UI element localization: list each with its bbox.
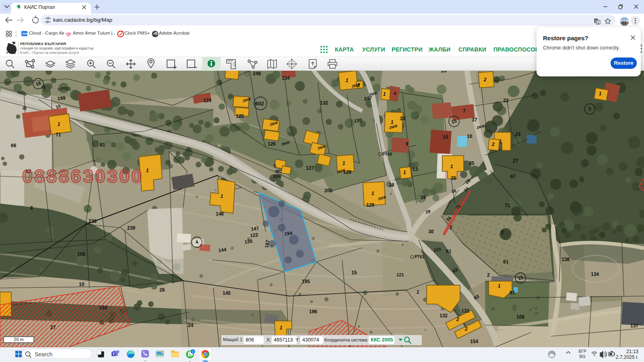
svg-text:1: 1 xyxy=(391,119,394,125)
svg-text:РТ62: РТ62 xyxy=(61,87,71,91)
svg-text:146: 146 xyxy=(216,211,224,217)
svg-text:91: 91 xyxy=(510,290,515,296)
svg-text:132: 132 xyxy=(320,100,328,106)
svg-text:71: 71 xyxy=(505,203,510,208)
svg-text:238: 238 xyxy=(89,218,97,224)
svg-text:154: 154 xyxy=(470,339,478,344)
svg-text:1: 1 xyxy=(450,164,453,169)
svg-text:61: 61 xyxy=(446,249,452,254)
svg-text:1: 1 xyxy=(383,91,386,97)
svg-text:195: 195 xyxy=(302,279,310,284)
svg-text:1: 1 xyxy=(146,168,149,173)
svg-text:23: 23 xyxy=(515,132,521,137)
svg-text:2: 2 xyxy=(487,272,490,278)
svg-text:2: 2 xyxy=(450,225,452,230)
svg-text:145: 145 xyxy=(223,290,231,296)
svg-text:248: 248 xyxy=(253,71,261,76)
svg-text:147: 147 xyxy=(250,225,259,232)
svg-text:108: 108 xyxy=(516,314,524,320)
svg-text:T: T xyxy=(113,352,115,356)
svg-text:200: 200 xyxy=(273,173,281,179)
svg-text:13: 13 xyxy=(413,167,418,172)
svg-text:2: 2 xyxy=(464,326,468,332)
svg-text:21:13: 21:13 xyxy=(626,349,638,354)
svg-text:29: 29 xyxy=(425,209,431,214)
svg-text:10: 10 xyxy=(443,134,448,140)
svg-text:138: 138 xyxy=(561,257,570,262)
svg-text:Search: Search xyxy=(35,351,52,358)
svg-text:22: 22 xyxy=(503,98,509,103)
svg-text:1: 1 xyxy=(499,139,502,144)
svg-text:26: 26 xyxy=(421,195,426,200)
svg-text:205: 205 xyxy=(324,188,332,193)
svg-text:1: 1 xyxy=(498,283,501,289)
svg-text:1: 1 xyxy=(58,121,60,127)
svg-text:4: 4 xyxy=(394,91,396,96)
svg-text:6: 6 xyxy=(43,85,45,90)
svg-text:130: 130 xyxy=(353,117,362,124)
svg-text:26: 26 xyxy=(159,287,165,293)
svg-text:2: 2 xyxy=(501,230,504,235)
svg-text:2: 2 xyxy=(483,77,487,82)
svg-text:1: 1 xyxy=(403,170,406,175)
svg-text:33: 33 xyxy=(400,116,405,121)
svg-text:2: 2 xyxy=(491,142,495,147)
svg-text:35: 35 xyxy=(469,160,475,166)
svg-text:137: 137 xyxy=(630,323,638,329)
svg-text:134: 134 xyxy=(99,305,107,311)
svg-text:5: 5 xyxy=(274,163,276,168)
svg-text:125: 125 xyxy=(236,113,244,119)
svg-text:10: 10 xyxy=(79,282,85,287)
svg-text:66: 66 xyxy=(11,143,17,148)
svg-text:1: 1 xyxy=(599,91,602,97)
svg-text:124: 124 xyxy=(203,98,211,103)
svg-text:134: 134 xyxy=(591,272,599,277)
svg-text:602: 602 xyxy=(255,101,264,107)
svg-text:81: 81 xyxy=(100,142,105,148)
svg-text:199: 199 xyxy=(57,95,66,101)
svg-text:194: 194 xyxy=(284,230,293,237)
svg-text:1: 1 xyxy=(372,191,374,196)
svg-text:1: 1 xyxy=(280,325,283,331)
svg-text:30: 30 xyxy=(428,229,434,234)
svg-text:239: 239 xyxy=(127,225,135,231)
svg-text:2.7.2025 г.: 2.7.2025 г. xyxy=(616,354,638,360)
svg-text:126: 126 xyxy=(268,141,276,147)
svg-text:РТ61: РТ61 xyxy=(415,255,424,259)
svg-text:БГР: БГР xyxy=(578,349,586,354)
svg-text:8: 8 xyxy=(30,205,33,211)
svg-text:9: 9 xyxy=(406,141,409,147)
svg-text:122: 122 xyxy=(250,232,258,239)
svg-text:20: 20 xyxy=(441,71,447,74)
svg-text:135: 135 xyxy=(244,238,253,245)
svg-text:1: 1 xyxy=(417,289,419,295)
svg-text:38: 38 xyxy=(389,182,394,188)
svg-text:РТ60: РТ60 xyxy=(382,152,392,156)
svg-text:1: 1 xyxy=(192,350,194,354)
svg-text:27: 27 xyxy=(50,325,56,330)
svg-text:1: 1 xyxy=(346,78,349,83)
svg-text:35: 35 xyxy=(451,175,456,181)
svg-text:0888630300: 0888630300 xyxy=(22,165,143,187)
svg-text:132: 132 xyxy=(440,313,448,319)
svg-text:196: 196 xyxy=(309,309,317,315)
svg-text:134: 134 xyxy=(282,75,290,81)
svg-text:10: 10 xyxy=(467,134,473,139)
svg-text:DSM: DSM xyxy=(22,33,27,35)
svg-text:121: 121 xyxy=(396,272,404,277)
svg-text:61: 61 xyxy=(503,259,509,265)
svg-text:71: 71 xyxy=(56,132,61,138)
svg-text:1: 1 xyxy=(221,193,223,199)
svg-text:7: 7 xyxy=(463,108,466,114)
svg-text:1: 1 xyxy=(343,160,345,166)
svg-text:2: 2 xyxy=(456,317,459,322)
svg-text:37: 37 xyxy=(472,117,477,123)
svg-text:129: 129 xyxy=(366,202,374,208)
svg-text:24: 24 xyxy=(188,323,194,328)
svg-text:144: 144 xyxy=(218,247,227,253)
svg-text:36: 36 xyxy=(451,188,456,194)
svg-text:15: 15 xyxy=(351,270,357,276)
svg-text:27: 27 xyxy=(513,158,518,164)
svg-text:127: 127 xyxy=(306,165,314,171)
svg-text:BG: BG xyxy=(579,354,585,359)
